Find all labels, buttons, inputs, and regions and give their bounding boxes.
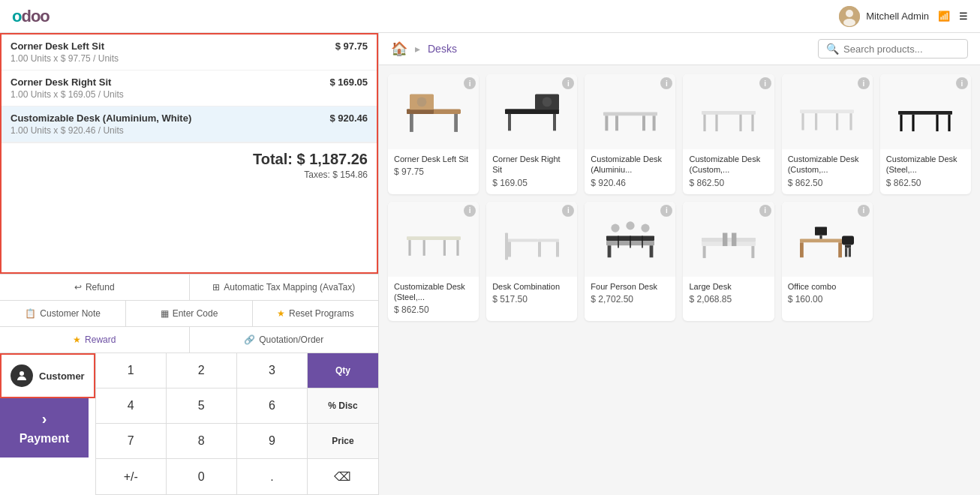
home-icon[interactable]: 🏠 [391,40,407,57]
search-input[interactable] [843,44,960,55]
svg-rect-69 [849,248,851,257]
reset-programs-button[interactable]: ★ Reset Programs [253,301,378,326]
reward-row: ★ Reward 🔗 Quotation/Order [0,326,378,352]
refund-button[interactable]: ↩ Refund [0,274,190,300]
svg-rect-22 [703,114,705,130]
num-4-button[interactable]: 4 [96,388,167,424]
svg-rect-20 [642,116,645,130]
product-name-6: Customizable Desk (Steel,... [886,154,965,176]
product-price-8: $ 517.50 [492,294,571,304]
svg-rect-41 [505,239,538,242]
product-info-10: Large Desk $ 2,068.85 [683,277,774,310]
quotation-label: Quotation/Order [259,334,323,345]
num-5-button[interactable]: 5 [167,388,237,424]
svg-rect-66 [842,236,854,245]
num-3-button[interactable]: 3 [237,353,308,388]
product-card-4[interactable]: i Customizable Desk (Custom,... $ 862.50 [683,74,774,194]
product-card-7[interactable]: i Customizable Desk (Steel,... $ 862.50 [388,202,479,322]
product-info-2: Corner Desk Right Sit $ 169.05 [486,149,577,194]
product-price-4: $ 862.50 [689,178,768,188]
disc-button[interactable]: % Disc [308,388,378,424]
svg-rect-53 [650,245,654,257]
product-price-3: $ 920.46 [591,178,669,188]
num-6-button[interactable]: 6 [237,388,308,424]
enter-code-button[interactable]: ▦ Enter Code [126,301,252,326]
svg-rect-23 [751,114,753,130]
star-icon: ★ [277,308,285,319]
product-card-5[interactable]: i Customizable Desk (Custom,... $ 862.50 [782,74,873,194]
svg-rect-46 [538,242,541,257]
search-bar[interactable]: 🔍 [818,39,968,58]
tax-mapping-button[interactable]: ⊞ Automatic Tax Mapping (AvaTax) [190,274,379,300]
right-panel: 🏠 ▸ Desks 🔍 i [379,33,980,495]
order-item-1[interactable]: Corner Desk Left Sit $ 97.75 1.00 Units … [2,34,377,70]
breadcrumb-category[interactable]: Desks [428,43,457,55]
product-grid: i Corner Desk Left Sit $ 97.75 [379,65,980,495]
svg-rect-31 [898,110,952,114]
svg-rect-35 [936,114,939,130]
payment-button[interactable]: › Payment [0,398,89,458]
svg-rect-25 [739,114,741,130]
payment-arrow-icon: › [42,410,47,428]
left-panel: Corner Desk Left Sit $ 97.75 1.00 Units … [0,33,379,495]
product-card-8[interactable]: i Desk Combination $ 517.50 [486,202,577,322]
customer-column: Customer › Payment [0,353,96,495]
product-name-1: Corner Desk Left Sit [394,154,473,164]
customer-note-label: Customer Note [40,308,101,319]
svg-rect-27 [802,113,804,130]
product-name-2: Corner Desk Right Sit [492,154,571,176]
product-info-11: Office combo $ 160.00 [782,277,873,310]
customer-label: Customer [39,370,85,382]
svg-rect-28 [850,113,852,130]
code-icon: ▦ [161,308,169,319]
svg-point-9 [416,97,426,106]
reward-button[interactable]: ★ Reward [0,327,190,352]
main-area: Corner Desk Left Sit $ 97.75 1.00 Units … [0,33,980,495]
info-badge-5: i [858,77,870,89]
product-card-9[interactable]: i [585,202,675,322]
note-icon: 📋 [25,308,36,319]
order-total-section: Total: $ 1,187.26 Taxes: $ 154.86 [2,142,377,184]
product-card-6[interactable]: i Customizable Desk (Steel,... $ 862.50 [880,74,971,194]
svg-rect-5 [407,109,434,113]
svg-point-1 [846,10,853,17]
product-name-3: Customizable Desk (Aluminiu... [591,154,669,176]
customer-button[interactable]: Customer [0,353,95,398]
customer-note-button[interactable]: 📋 Customer Note [0,301,126,326]
backspace-button[interactable]: ⌫ [308,459,378,495]
reset-programs-label: Reset Programs [289,308,354,319]
num-2-button[interactable]: 2 [167,353,237,388]
price-button[interactable]: Price [308,424,378,459]
item-name-2: Corner Desk Right Sit [11,76,111,88]
num-0-button[interactable]: 0 [167,459,237,495]
svg-point-56 [641,224,649,232]
info-badge-11: i [858,205,870,217]
svg-rect-63 [800,239,842,243]
decimal-button[interactable]: . [237,459,308,495]
svg-rect-39 [422,240,425,256]
menu-icon[interactable]: ☰ [959,10,968,22]
qty-button[interactable]: Qty [308,353,378,388]
quotation-button[interactable]: 🔗 Quotation/Order [190,327,379,352]
info-badge-6: i [956,77,968,89]
svg-rect-52 [608,245,612,257]
svg-rect-34 [912,114,915,130]
product-price-6: $ 862.50 [886,178,965,188]
order-item-2[interactable]: Corner Desk Right Sit $ 169.05 1.00 Unit… [2,70,377,106]
product-card-2[interactable]: i Corner Desk Right Sit $ 169.05 [486,74,577,194]
svg-rect-67 [845,245,851,248]
num-8-button[interactable]: 8 [167,424,237,459]
order-item-3[interactable]: Customizable Desk (Aluminium, White) $ 9… [2,106,377,142]
svg-rect-40 [443,240,445,256]
num-7-button[interactable]: 7 [96,424,167,459]
plusminus-button[interactable]: +/- [96,459,167,495]
product-card-11[interactable]: i [782,202,873,322]
info-badge-9: i [660,205,672,217]
numpad-area: Customer › Payment 1 2 3 Qty 4 5 6 % Dis… [0,352,378,495]
num-1-button[interactable]: 1 [96,353,167,388]
num-9-button[interactable]: 9 [237,424,308,459]
enter-code-label: Enter Code [173,308,218,319]
product-card-3[interactable]: i Customizable Desk (Aluminiu... $ 920.4… [585,74,675,194]
product-card-1[interactable]: i Corner Desk Left Sit $ 97.75 [388,74,479,194]
product-card-10[interactable]: i Large Desk $ 2,068.85 [683,202,774,322]
